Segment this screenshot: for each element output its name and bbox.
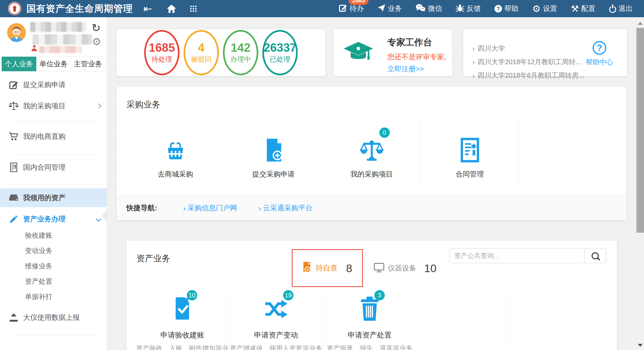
home-icon[interactable] xyxy=(166,0,176,17)
quick-nav-label: 快捷导航: xyxy=(126,203,157,213)
menu-item-wechat[interactable]: 微信 xyxy=(416,4,442,14)
user-org-blurred xyxy=(32,34,92,45)
stat-processing[interactable]: 142 办理中 xyxy=(223,30,258,75)
asset-item-change[interactable]: 19 申请资产变动 资产增减值、领用人变更等业务 xyxy=(229,290,323,350)
asset-section-title: 资产业务 xyxy=(136,253,170,264)
tab-unit-business[interactable]: 单位业务 xyxy=(36,57,71,71)
sidebar-item-instrument-data-report[interactable]: 大仪使用数据上报 xyxy=(0,308,107,327)
equipment-label: 仪器设备 xyxy=(388,263,416,273)
tab-personal-business[interactable]: 个人业务 xyxy=(2,57,36,71)
news-item[interactable]: ›四川大学 xyxy=(472,44,584,53)
header-menu: 1685 待办 业务 微信 xyxy=(339,0,633,17)
help-center-label: 帮助中心 xyxy=(586,58,613,67)
stat-label: 待处理 xyxy=(152,55,172,64)
app-title: 国有资产全生命周期管理 xyxy=(26,0,133,17)
stat-label: 已处理 xyxy=(270,55,290,64)
tools-icon: ⚒ xyxy=(571,4,579,14)
purchase-item-submit-request[interactable]: 提交采购申请 xyxy=(224,119,323,187)
page-scrollbar[interactable] xyxy=(636,17,644,350)
self-check-highlight-box[interactable]: 待自查 8 xyxy=(292,249,363,287)
stat-value: 1685 xyxy=(148,41,175,54)
submenu-repair-business[interactable]: 维修业务 xyxy=(25,261,52,271)
submenu-reprint-documents[interactable]: 单据补打 xyxy=(25,292,52,302)
todo-count-badge: 1685 xyxy=(349,0,368,5)
person-icon xyxy=(32,45,37,51)
divider xyxy=(13,335,99,335)
sidebar-tabs: 个人业务 单位业务 主管业务 xyxy=(2,57,106,71)
scrollbar-thumb[interactable] xyxy=(636,28,644,233)
scales-icon xyxy=(8,101,19,111)
search-icon xyxy=(592,252,599,259)
sidebar-item-my-purchase-projects[interactable]: 我的采购项目 xyxy=(0,97,107,115)
asset-section-card: 资产业务 待自查 8 仪器设备 10 xyxy=(126,240,617,350)
count-badge: 0 xyxy=(379,127,390,138)
purchase-item-my-projects[interactable]: 0 我的采购项目 xyxy=(323,119,421,187)
menu-item-config[interactable]: ⚒ 配置 xyxy=(571,4,596,14)
equipment-counter[interactable]: 仪器设备 10 xyxy=(374,249,436,287)
search-button[interactable] xyxy=(584,249,606,263)
link-yuncaitong-platform[interactable]: ›云采通采购平台 xyxy=(258,203,312,213)
menu-item-logout[interactable]: 退出 xyxy=(609,4,633,14)
document-plus-icon xyxy=(263,132,284,162)
tab-supervisor-business[interactable]: 主管业务 xyxy=(71,57,106,71)
register-now-link[interactable]: 立即注册>> xyxy=(387,64,446,74)
shuffle-icon: 19 xyxy=(264,294,288,321)
collapse-sidebar-icon[interactable]: ⇤ xyxy=(144,0,152,17)
menu-item-help[interactable]: ? 帮助 xyxy=(494,4,518,14)
purchase-item-go-mall[interactable]: 去商城采购 xyxy=(126,119,224,187)
user-gear-icon[interactable]: ⚙ xyxy=(92,36,101,48)
contract-icon xyxy=(8,162,19,172)
apps-grid-icon[interactable] xyxy=(190,0,197,17)
expert-text-block: 专家工作台 您还不是评审专家, 立即注册>> xyxy=(387,36,446,74)
asset-item-acceptance[interactable]: 10 申请验收建账 资产验收、入账、附件增加等业务 xyxy=(136,290,229,350)
refresh-icon[interactable]: ↻ xyxy=(92,22,101,34)
stat-label: 办理中 xyxy=(230,55,251,64)
menu-item-settings[interactable]: ⚙ 设置 xyxy=(532,3,557,14)
trash-icon: 3 xyxy=(360,294,380,321)
submenu-change-business[interactable]: 变动业务 xyxy=(25,246,52,256)
power-icon xyxy=(609,6,616,13)
menu-item-todo[interactable]: 1685 待办 xyxy=(339,4,364,14)
submenu-acceptance-accounting[interactable]: 验收建账 xyxy=(25,231,52,240)
sidebar-item-submit-purchase[interactable]: 提交采购申请 xyxy=(0,75,107,94)
help-icon: ? xyxy=(494,5,502,13)
asset-search-box xyxy=(449,248,606,263)
document-check-icon: 10 xyxy=(173,294,192,321)
menu-item-business[interactable]: 业务 xyxy=(378,4,402,14)
stat-value: 142 xyxy=(231,41,250,54)
sidebar-item-domestic-contracts[interactable]: 国内合同管理 xyxy=(0,158,107,177)
stat-value: 4 xyxy=(198,41,204,54)
sidebar-item-asset-business[interactable]: 资产业务办理 xyxy=(0,210,107,228)
edit-square-icon xyxy=(8,80,19,90)
scroll-up-arrow[interactable] xyxy=(638,22,642,25)
count-badge: 3 xyxy=(374,290,385,300)
asset-item-disposal[interactable]: 3 申请资产处置 资产报废、报失、退库等业务 xyxy=(323,290,416,350)
chevron-right-icon xyxy=(96,103,102,109)
count-badge: 19 xyxy=(283,290,294,300)
menu-item-feedback[interactable]: 反馈 xyxy=(456,4,481,14)
menu-item-label: 待办 xyxy=(350,4,364,14)
link-procurement-portal[interactable]: ›采购信息门户网 xyxy=(183,203,237,213)
news-item[interactable]: ›四川大学2018年12月教职工周转... xyxy=(472,57,584,67)
graduation-cap-icon xyxy=(343,41,374,65)
app-root: 国有资产全生命周期管理 ⇤ 1685 待办 业务 xyxy=(0,0,644,350)
news-item[interactable]: ›四川大学2018年6月教职工周转房... xyxy=(472,71,584,80)
stat-pending[interactable]: 1685 待处理 xyxy=(144,30,180,75)
sidebar-item-ecommerce-purchase[interactable]: 我的电商直购 xyxy=(0,127,107,146)
stat-rejected[interactable]: 4 被驳回 xyxy=(184,30,219,75)
chevron-down-icon xyxy=(96,216,102,222)
user-avatar[interactable] xyxy=(7,23,26,42)
submenu-asset-disposal[interactable]: 资产处置 xyxy=(25,277,52,286)
asset-search-input[interactable] xyxy=(450,249,584,263)
menu-item-label: 业务 xyxy=(388,4,402,14)
scales-icon: 0 xyxy=(359,132,384,162)
scroll-down-arrow[interactable] xyxy=(638,344,642,347)
help-center[interactable]: ? 帮助中心 xyxy=(586,41,613,67)
purchase-section-card: 采购业务 去商城采购 提交采购申请 0 xyxy=(116,86,627,220)
sidebar-item-my-assets[interactable]: 我领用的资产 xyxy=(0,188,107,207)
purchase-item-contract-mgmt[interactable]: 合同管理 xyxy=(421,119,519,187)
bug-icon xyxy=(456,4,464,14)
news-card: ›四川大学 ›四川大学2018年12月教职工周转... ›四川大学2018年6月… xyxy=(463,29,627,76)
menu-item-label: 设置 xyxy=(543,4,557,14)
stat-processed[interactable]: 26337 已处理 xyxy=(262,30,298,75)
